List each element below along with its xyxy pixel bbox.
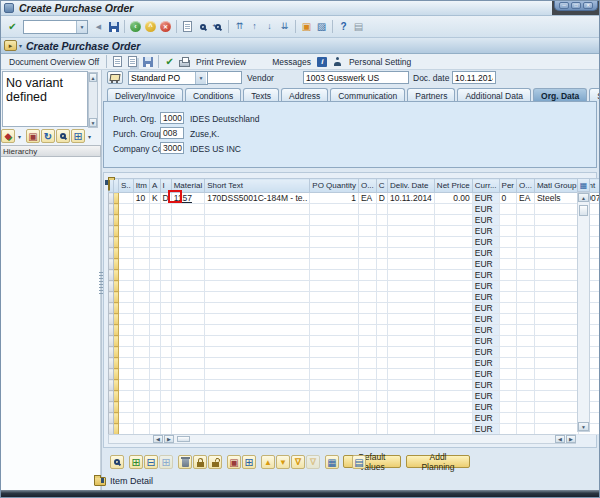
cell-po-quantity[interactable] [310, 303, 359, 314]
cell-currency[interactable]: EUR [472, 226, 499, 237]
cell-matl-group[interactable] [534, 380, 579, 391]
cell-oun[interactable] [358, 215, 376, 226]
cell-short-text[interactable] [205, 424, 310, 435]
cell-material[interactable] [171, 380, 204, 391]
cell-short-text[interactable] [205, 215, 310, 226]
cell-currency[interactable]: EUR [472, 281, 499, 292]
cell-i[interactable] [160, 369, 171, 380]
scroll-up-icon[interactable] [578, 193, 589, 202]
cell-net-price[interactable] [434, 237, 472, 248]
cell-opu[interactable] [517, 292, 535, 303]
cell-deliv-date[interactable] [387, 424, 434, 435]
cell-status[interactable] [119, 270, 134, 281]
cell-i[interactable] [160, 281, 171, 292]
cell-short-text[interactable] [205, 336, 310, 347]
purch-org-field[interactable]: 1000 [160, 112, 184, 124]
maximize-icon[interactable] [571, 2, 581, 9]
empty-item-row[interactable]: EUR [109, 336, 600, 347]
cell-opu[interactable] [517, 380, 535, 391]
cell-per[interactable] [499, 314, 516, 325]
empty-item-row[interactable]: EUR [109, 281, 600, 292]
empty-item-row[interactable]: EUR [109, 226, 600, 237]
personal-setting-button[interactable]: Personal Setting [345, 55, 415, 69]
cell-i[interactable] [160, 248, 171, 259]
command-dropdown-icon[interactable] [76, 21, 87, 33]
cell-a[interactable]: K [149, 193, 160, 204]
cell-i[interactable] [160, 347, 171, 358]
cell-material[interactable] [171, 259, 204, 270]
cell-status[interactable] [119, 204, 134, 215]
cell-a[interactable] [149, 325, 160, 336]
col-header-s[interactable]: S.. [119, 179, 134, 193]
cell-i[interactable] [160, 358, 171, 369]
cell-currency[interactable]: EUR [472, 380, 499, 391]
cell-material[interactable] [171, 314, 204, 325]
cell-po-quantity[interactable] [310, 402, 359, 413]
cell-itm[interactable] [133, 369, 149, 380]
cell-status[interactable] [119, 314, 134, 325]
empty-item-row[interactable]: EUR [109, 237, 600, 248]
cell-matl-group[interactable] [534, 413, 579, 424]
scroll-right-icon[interactable] [164, 435, 174, 443]
cell-deliv-date[interactable] [387, 303, 434, 314]
first-page-icon[interactable] [232, 19, 247, 34]
cell-c[interactable] [376, 325, 387, 336]
cell-currency[interactable]: EUR [472, 358, 499, 369]
tab-conditions[interactable]: Conditions [185, 88, 241, 101]
cell-oun[interactable] [358, 391, 376, 402]
cell-matl-group[interactable] [534, 226, 579, 237]
cell-currency[interactable]: EUR [472, 369, 499, 380]
adopt-icon[interactable] [26, 129, 40, 143]
cell-deliv-date[interactable] [387, 325, 434, 336]
cell-itm[interactable] [133, 259, 149, 270]
cell-opu[interactable] [517, 402, 535, 413]
col-header-a[interactable]: A [149, 179, 160, 193]
cell-i[interactable] [160, 413, 171, 424]
cell-net-price[interactable] [434, 259, 472, 270]
cell-currency[interactable]: EUR [472, 402, 499, 413]
cell-per[interactable] [499, 303, 516, 314]
find-icon[interactable] [195, 19, 210, 34]
cell-short-text[interactable] [205, 248, 310, 259]
cell-oun[interactable] [358, 413, 376, 424]
cell-po-quantity[interactable] [310, 270, 359, 281]
filter-icon[interactable] [291, 455, 305, 469]
cell-deliv-date[interactable] [387, 270, 434, 281]
cell-oun[interactable] [358, 204, 376, 215]
cell-a[interactable] [149, 303, 160, 314]
cell-oun[interactable] [358, 292, 376, 303]
cell-per[interactable] [499, 325, 516, 336]
cell-a[interactable] [149, 391, 160, 402]
cell-itm[interactable] [133, 325, 149, 336]
cell-c[interactable]: D [376, 193, 387, 204]
cell-status[interactable] [119, 248, 134, 259]
cell-itm[interactable] [133, 347, 149, 358]
cell-oun[interactable] [358, 237, 376, 248]
cell-c[interactable] [376, 413, 387, 424]
po-number-field[interactable] [207, 71, 242, 84]
po-type-field[interactable] [129, 72, 195, 84]
empty-item-row[interactable]: EUR [109, 292, 600, 303]
cell-matl-group[interactable] [534, 270, 579, 281]
cell-currency[interactable]: EUR [472, 303, 499, 314]
cell-per[interactable] [499, 347, 516, 358]
tab-partners[interactable]: Partners [407, 88, 455, 101]
close-icon[interactable] [583, 2, 593, 9]
cell-net-price[interactable]: 0.00 [434, 193, 472, 204]
next-page-icon[interactable] [262, 19, 277, 34]
customize-layout-icon[interactable] [351, 19, 366, 34]
notes-icon[interactable] [352, 455, 366, 469]
print-preview-button[interactable]: Print Preview [192, 55, 250, 69]
check-icon[interactable] [162, 54, 177, 69]
cell-a[interactable] [149, 424, 160, 435]
item-detail-collapse-icon[interactable] [94, 477, 106, 486]
cell-po-quantity[interactable] [310, 347, 359, 358]
tab-org-data[interactable]: Org. Data [533, 88, 587, 101]
cell-a[interactable] [149, 215, 160, 226]
col-header-o[interactable]: O... [358, 179, 376, 193]
col-header-curr[interactable]: Curr... [472, 179, 499, 193]
cell-a[interactable] [149, 369, 160, 380]
cell-short-text[interactable] [205, 259, 310, 270]
command-field[interactable] [24, 21, 76, 33]
cell-per[interactable] [499, 259, 516, 270]
